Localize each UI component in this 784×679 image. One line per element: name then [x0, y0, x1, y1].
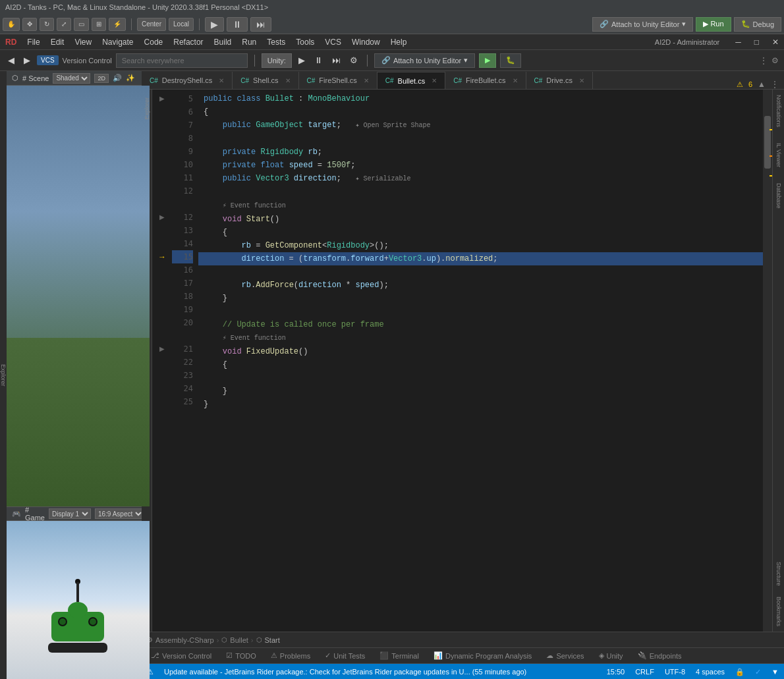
breadcrumb-method[interactable]: Start	[265, 636, 280, 644]
play-button[interactable]: ▶	[205, 17, 224, 32]
notifications-tab[interactable]: Notifications	[774, 90, 783, 132]
tab-bullet[interactable]: C# Bullet.cs ✕	[378, 72, 445, 89]
pivot-local-btn[interactable]: Local	[169, 18, 194, 31]
btab-vcs[interactable]: ⎇ Version Control	[144, 650, 218, 661]
unity-play-btn[interactable]: ▶	[296, 54, 308, 67]
shading-dropdown[interactable]: Shaded	[53, 73, 90, 84]
rider-debug-btn[interactable]: 🐛	[500, 53, 521, 68]
scene-fx-btn[interactable]: ✨	[126, 74, 135, 82]
tab-close-fireshell[interactable]: ✕	[364, 77, 369, 84]
menu-refactor[interactable]: Refactor	[173, 38, 203, 47]
maximize-btn[interactable]: □	[754, 38, 759, 47]
game-view[interactable]	[7, 521, 150, 679]
tab-close-shell[interactable]: ✕	[285, 77, 291, 84]
status-indent[interactable]: 4 spaces	[696, 668, 725, 676]
menu-file[interactable]: File	[27, 38, 40, 47]
tab-bar-more[interactable]: ⋮	[771, 80, 779, 89]
attach-label2: Attach to Unity Editor	[393, 57, 461, 65]
breadcrumb-assembly[interactable]: Assembly-CSharp	[155, 636, 214, 644]
status-expand-icon[interactable]: ▼	[771, 668, 779, 676]
rect-tool-btn[interactable]: ▭	[74, 18, 89, 31]
tab-close-drive[interactable]: ✕	[579, 77, 584, 84]
status-line-ending[interactable]: CRLF	[635, 668, 654, 676]
debug-button[interactable]: 🐛 Debug	[734, 17, 781, 32]
tab-destroyshell[interactable]: C# DestroyShell.cs ✕	[142, 72, 233, 89]
back-btn[interactable]: ◀	[5, 54, 17, 67]
database-tab[interactable]: Database	[774, 178, 783, 214]
btab-unity[interactable]: ◈ Unity	[592, 650, 630, 661]
transform-tool-btn[interactable]: ⊞	[92, 18, 106, 31]
more-btn[interactable]: ⋮	[760, 56, 768, 65]
unity-config-btn[interactable]: ⚙	[347, 54, 360, 67]
search-everywhere-input[interactable]	[116, 53, 248, 68]
tab-firebullet[interactable]: C# FireBullet.cs ✕	[445, 72, 526, 89]
pivot-center-btn[interactable]: Center	[137, 18, 166, 31]
btab-unit-tests[interactable]: ✓ Unit Tests	[318, 650, 372, 661]
hand-tool-btn[interactable]: ✋	[3, 18, 20, 31]
menu-window[interactable]: Window	[352, 38, 380, 47]
tab-shell[interactable]: C# Shell.cs ✕	[233, 72, 298, 89]
rotate-tool-btn[interactable]: ↻	[40, 18, 54, 31]
btab-terminal-label: Terminal	[391, 652, 419, 660]
unity-toolbar: ✋ ✥ ↻ ⤢ ▭ ⊞ ⚡ Center Local ▶ ⏸ ⏭ 🔗 Attac…	[0, 14, 784, 34]
run-button[interactable]: ▶ Run	[696, 17, 731, 32]
status-encoding[interactable]: UTF-8	[665, 668, 685, 676]
gutter: ▶ ▶ → ▶	[152, 90, 172, 632]
step-button[interactable]: ⏭	[250, 17, 271, 32]
version-control-label[interactable]: Version Control	[63, 57, 112, 65]
settings-btn[interactable]: ⚙	[771, 56, 779, 65]
scene-view[interactable]	[7, 86, 150, 506]
menu-vcs[interactable]: VCS	[325, 38, 341, 47]
tab-fireshell[interactable]: C# FireShell.cs ✕	[299, 72, 378, 89]
rider-run-btn[interactable]: ▶	[479, 53, 496, 68]
btab-terminal[interactable]: ⬛ Terminal	[373, 650, 426, 661]
gutter-7	[152, 119, 172, 132]
gutter-17	[152, 277, 172, 290]
scrollbar-thumb[interactable]	[764, 116, 771, 169]
attach-to-unity-button[interactable]: 🔗 Attach to Unity Editor ▾	[592, 17, 693, 32]
code-scrollbar[interactable]	[763, 90, 772, 632]
unity-step-btn[interactable]: ⏭	[329, 54, 343, 67]
aspect-dropdown[interactable]: 16:9 Aspect	[95, 508, 144, 519]
gutter-8	[152, 132, 172, 145]
menu-navigate[interactable]: Navigate	[102, 38, 133, 47]
attach-unity-btn[interactable]: 🔗 Attach to Unity Editor ▾	[374, 53, 475, 68]
il-viewer-tab[interactable]: IL Viewer	[774, 138, 783, 173]
scene-sound-btn[interactable]: 🔊	[113, 74, 122, 82]
tab-drive[interactable]: C# Drive.cs ✕	[526, 72, 594, 89]
btab-dpa[interactable]: 📊 Dynamic Program Analysis	[427, 650, 538, 661]
menu-code[interactable]: Code	[144, 38, 163, 47]
tab-bar-chevron-up[interactable]: ▲	[758, 80, 766, 89]
forward-btn[interactable]: ▶	[21, 54, 33, 67]
menu-tools[interactable]: Tools	[296, 38, 314, 47]
tank-display	[48, 612, 107, 653]
btab-todo[interactable]: ☑ TODO	[219, 650, 263, 661]
explorer-sidebar-label[interactable]: Explorer	[142, 92, 152, 125]
close-btn[interactable]: ✕	[772, 38, 779, 47]
btab-problems[interactable]: ⚠ Problems	[264, 650, 317, 661]
menu-edit[interactable]: Edit	[51, 38, 65, 47]
tab-close-bullet[interactable]: ✕	[432, 77, 437, 84]
menu-run[interactable]: Run	[242, 38, 256, 47]
menu-tests[interactable]: Tests	[267, 38, 285, 47]
bookmarks-strip[interactable]: Bookmarks	[774, 591, 783, 632]
menu-build[interactable]: Build	[214, 38, 232, 47]
structure-strip[interactable]: Structure	[774, 557, 783, 591]
menu-view[interactable]: View	[74, 38, 92, 47]
tab-close-firebullet[interactable]: ✕	[513, 77, 518, 84]
breadcrumb-class[interactable]: Bullet	[230, 636, 248, 644]
move-tool-btn[interactable]: ✥	[22, 18, 37, 31]
display-dropdown[interactable]: Display 1	[49, 508, 91, 519]
pause-button[interactable]: ⏸	[227, 17, 248, 32]
btab-endpoints[interactable]: 🔌 Endpoints	[631, 650, 688, 661]
code-content[interactable]: public class Bullet : MonoBehaviour { pu…	[198, 90, 763, 632]
menu-help[interactable]: Help	[391, 38, 407, 47]
minimize-btn[interactable]: ─	[735, 38, 741, 47]
scale-tool-btn[interactable]: ⤢	[57, 18, 71, 31]
unity-pause-btn[interactable]: ⏸	[312, 54, 325, 67]
explorer-strip[interactable]: Explorer	[0, 71, 7, 679]
2d-toggle[interactable]: 2D	[94, 74, 109, 83]
tab-close-destroyshell[interactable]: ✕	[219, 77, 224, 84]
btab-services[interactable]: ☁ Services	[540, 650, 590, 661]
custom-tool-btn[interactable]: ⚡	[109, 18, 126, 31]
